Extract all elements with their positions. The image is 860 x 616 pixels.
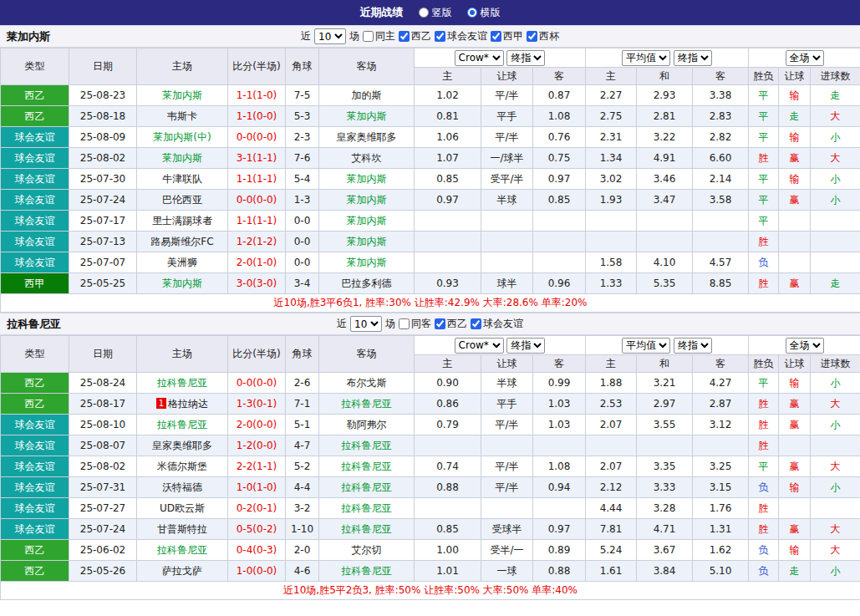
filter-option[interactable]: 西杯 [527,29,559,43]
handicap-line [481,232,533,252]
league-badge: 球会友谊 [1,232,69,252]
team-name-text: 拉科鲁尼亚 [342,481,392,493]
filter-checkbox[interactable] [399,31,410,42]
result-handicap [779,252,811,273]
filter-bar: 近 10 场 同客西乙球会友谊 [337,316,523,332]
filter-option[interactable]: 西乙 [435,317,467,331]
filter-option-label: 同主 [375,29,395,43]
avg-away-odds: 3.58 [693,190,749,211]
result-handicap: 赢 [779,394,811,415]
filter-option[interactable]: 西乙 [399,29,431,43]
filter-option[interactable]: 球会友谊 [435,29,487,43]
avg-away-odds: 4.27 [693,373,749,394]
result-outcome: 平 [749,190,779,211]
result-outcome: 胜 [749,519,779,540]
filter-option[interactable]: 同主 [363,29,395,43]
result-outcome: 负 [749,561,779,582]
match-date: 25-08-10 [69,415,137,435]
corner-score: 7-5 [286,85,319,106]
filter-option[interactable]: 球会友谊 [471,317,523,331]
away-team: 拉科鲁尼亚 [319,456,415,477]
odds-home: 0.79 [415,415,481,435]
team-name-label: 拉科鲁尼亚 [7,317,61,332]
odds-stage-select[interactable]: 终指 [506,338,545,354]
col-score-halftime: 比分(半场) [228,336,286,373]
col-result: 胜负 [749,68,779,85]
filter-option[interactable]: 同客 [399,317,431,331]
corner-score: 2-3 [286,127,319,148]
handicap-line: 平/半 [481,85,533,106]
avg-home-odds: 3.02 [586,169,637,190]
result-handicap: 输 [779,373,811,394]
radio-icon-horizontal[interactable] [467,8,477,18]
odds-stage-select[interactable]: 终指 [506,50,545,66]
avg-source-select[interactable]: 平均值 [622,338,670,354]
col-avg-home: 主 [586,68,637,85]
home-team: UD欧云斯 [137,498,228,519]
match-date: 25-07-31 [69,477,137,498]
layout-radio-vertical[interactable]: 竖版 [419,6,452,20]
odds-source-select[interactable]: Crow* [455,338,504,354]
home-team: 里士满踢球者 [137,211,228,232]
corner-score: 3-2 [286,498,319,519]
avg-draw-odds: 5.35 [637,273,693,294]
avg-draw-odds: 3.55 [637,415,693,435]
team-name-text: 甘普斯特拉 [157,523,207,535]
team-name-text: 拉科鲁尼亚 [157,544,207,556]
avg-home-odds: 1.93 [586,190,637,211]
avg-away-odds: 5.10 [693,561,749,582]
col-date: 日期 [69,48,137,85]
avg-source-select[interactable]: 平均值 [622,50,670,66]
avg-home-odds: 1.61 [586,561,637,582]
team-name-text: 莱加内斯 [347,173,387,185]
handicap-line [481,435,533,456]
odds-home: 0.88 [415,477,481,498]
scope-select[interactable]: 全场 [786,50,824,66]
radio-icon-vertical[interactable] [419,8,429,18]
scope-select[interactable]: 全场 [786,338,824,354]
col-avg-draw: 和 [637,68,693,85]
match-count-select[interactable]: 10 [314,28,346,44]
away-team: 莱加内斯 [319,106,415,127]
filter-checkbox[interactable] [435,318,445,329]
home-team: 莱加内斯 [137,148,228,169]
match-score: 1-0(0-0) [228,561,286,582]
home-team: 沃特福德 [137,477,228,498]
filter-option-label: 球会友谊 [447,29,487,43]
avg-stage-select[interactable]: 终指 [674,338,712,354]
avg-away-odds: 4.57 [693,252,749,273]
col-home: 主场 [137,48,228,85]
col-odds-home: 主 [415,68,481,85]
filter-option-label: 同客 [411,317,431,331]
league-badge: 西甲 [1,273,69,294]
team-name-text: 拉科鲁尼亚 [342,565,392,577]
league-badge: 西乙 [1,540,69,561]
filter-checkbox[interactable] [527,31,537,42]
league-badge: 球会友谊 [1,211,69,232]
result-outcome: 平 [749,456,779,477]
result-goals: 小 [811,477,860,498]
odds-home [415,211,481,232]
filter-option[interactable]: 西甲 [491,29,523,43]
match-score: 0-0(0-0) [228,127,286,148]
filter-checkbox[interactable] [435,31,445,42]
results-tbody-0: 西乙25-08-23莱加内斯1-1(1-0)7-5加的斯1.02平/半0.872… [1,85,860,294]
layout-radio-horizontal[interactable]: 横版 [467,6,501,20]
away-team: 莱加内斯 [319,252,415,273]
away-team: 拉科鲁尼亚 [319,435,415,456]
avg-stage-select[interactable]: 终指 [674,50,712,66]
odds-source-select[interactable]: Crow* [455,50,504,66]
league-badge: 西乙 [1,85,69,106]
result-goals: 大 [811,456,860,477]
filter-checkbox[interactable] [471,318,481,329]
away-team: 加的斯 [319,85,415,106]
match-count-select[interactable]: 10 [350,316,382,332]
handicap-line: 半球 [481,373,533,394]
result-outcome: 平 [749,373,779,394]
filter-checkbox[interactable] [491,31,501,42]
filter-checkbox[interactable] [363,31,374,42]
avg-home-odds: 1.58 [586,252,637,273]
corner-score: 7-6 [286,148,319,169]
filter-checkbox[interactable] [399,318,410,329]
match-row: 西乙25-08-24拉科鲁尼亚0-0(0-0)2-6布尔戈斯0.90半球0.99… [1,373,860,394]
